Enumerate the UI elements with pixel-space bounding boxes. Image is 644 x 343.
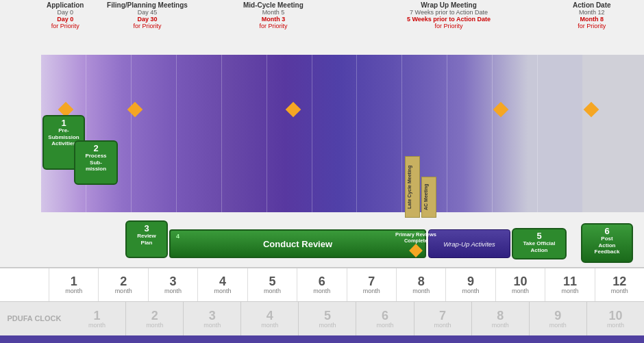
primary-reviews-text: Primary Reviews Complete	[395, 231, 436, 244]
step3-label: ReviewPlan	[128, 233, 165, 246]
month-12-label: month	[611, 288, 628, 294]
milestone-midcycle-label: Mid-Cycle Meeting	[243, 1, 304, 9]
pdufa-7-num: 7	[439, 309, 446, 322]
step4-number: 4	[176, 233, 179, 240]
month-4-label: month	[214, 288, 231, 294]
month-3-num: 3	[170, 275, 177, 288]
late-cycle-meeting-label: Late Cycle Meeting	[407, 165, 412, 208]
pdufa-clock-label: PDUFA CLOCK	[0, 314, 69, 323]
month-5-label: month	[264, 288, 281, 294]
month-6-num: 6	[319, 275, 325, 288]
milestone-application-sub1: Day 0	[57, 9, 73, 16]
month-9: 9 month	[446, 268, 495, 301]
month-row: 1 month 2 month 3 month 4 month 5 month …	[0, 267, 644, 301]
main-container: Application Day 0 Day 0 for Priority Fil…	[0, 0, 644, 343]
pdufa-10: 10 month	[587, 302, 644, 335]
wrapup-bar: Wrap-Up Activites	[428, 229, 510, 258]
milestone-wrapup: Wrap Up Meeting 7 Weeks prior to Action …	[394, 1, 504, 29]
milestone-midcycle-sub1: Month 5	[262, 9, 285, 16]
pdufa-5-num: 5	[324, 309, 331, 322]
step3-number: 3	[128, 224, 165, 233]
pdufa-6: 6 month	[356, 302, 414, 335]
month-6-label: month	[313, 288, 330, 294]
pdufa-9-num: 9	[554, 309, 561, 322]
milestone-filing-label: Filing/Planning Meetings	[107, 1, 188, 9]
month-7-num: 7	[368, 275, 375, 288]
pdufa-6-num: 6	[382, 309, 388, 322]
pdufa-3: 3 month	[184, 302, 241, 335]
milestone-application: Application Day 0 Day 0 for Priority	[47, 1, 84, 29]
month-1: 1 month	[49, 268, 99, 301]
milestone-actiondate: Action Date Month 12 Month 8 for Priorit…	[573, 1, 611, 29]
ac-meeting-label: AC Meeting	[423, 184, 428, 211]
milestone-wrapup-sub1: 7 Weeks prior to Action Date	[410, 9, 488, 16]
month-8: 8 month	[397, 268, 446, 301]
month-11: 11 month	[545, 268, 595, 301]
milestone-application-sub3: for Priority	[51, 23, 79, 29]
ac-meeting-box: AC Meeting	[421, 177, 436, 218]
primary-reviews-diamond	[409, 244, 423, 257]
month-6: 6 month	[297, 268, 347, 301]
month-7: 7 month	[347, 268, 397, 301]
pdufa-9-label: month	[549, 322, 567, 329]
milestone-wrapup-label: Wrap Up Meeting	[421, 1, 476, 9]
pdufa-8: 8 month	[472, 302, 530, 335]
month-1-label: month	[65, 288, 82, 294]
gray-end-area	[582, 55, 644, 212]
late-cycle-meeting-box: Late Cycle Meeting	[405, 156, 420, 218]
step6-number: 6	[584, 227, 630, 236]
month-10-num: 10	[513, 275, 527, 288]
pdufa-4: 4 month	[241, 302, 299, 335]
step2-label: ProcessSub-mission	[77, 153, 115, 173]
step6-label: PostActionFeedback	[584, 236, 630, 255]
milestone-actiondate-sub3: for Priority	[578, 23, 606, 29]
month-4: 4 month	[198, 268, 247, 301]
milestone-actiondate-sub2: Month 8	[580, 16, 604, 23]
step2-box: 2 ProcessSub-mission	[74, 140, 118, 185]
milestone-wrapup-sub2: 5 Weeks prior to Action Date	[407, 16, 491, 23]
month-3: 3 month	[149, 268, 198, 301]
chart-container: 1 Pre-SubmissionActivities 2 ProcessSub-…	[0, 55, 644, 267]
milestone-application-sub2: Day 0	[57, 16, 73, 23]
month-2-num: 2	[120, 275, 127, 288]
chart-background	[41, 55, 582, 212]
month-3-label: month	[164, 288, 182, 294]
step3-box: 3 ReviewPlan	[125, 220, 168, 258]
month-10: 10 month	[496, 268, 545, 301]
step2-number: 2	[77, 144, 115, 153]
wrapup-label: Wrap-Up Activites	[443, 240, 495, 248]
pdufa-8-num: 8	[497, 309, 504, 322]
month-11-num: 11	[563, 275, 577, 288]
pdufa-10-num: 10	[608, 309, 622, 322]
pdufa-4-label: month	[261, 322, 278, 329]
header-row: Application Day 0 Day 0 for Priority Fil…	[0, 0, 644, 55]
step5-number: 5	[515, 231, 564, 240]
pdufa-1: 1 month	[69, 302, 126, 335]
pdufa-3-num: 3	[209, 309, 216, 322]
milestone-actiondate-sub1: Month 12	[579, 9, 605, 16]
month-12: 12 month	[595, 268, 644, 301]
pdufa-2-num: 2	[151, 309, 158, 322]
pdufa-4-num: 4	[267, 309, 273, 322]
month-9-num: 9	[467, 275, 474, 288]
month-8-num: 8	[418, 275, 425, 288]
step4-label: Conduct Review	[263, 239, 332, 249]
milestone-filing-sub2: Day 30	[137, 16, 157, 23]
month-10-label: month	[512, 288, 529, 294]
step5-box: 5 Take OfficialAction	[512, 228, 567, 259]
pdufa-row: PDUFA CLOCK 1 month 2 month 3 month 4 mo…	[0, 301, 644, 335]
month-2: 2 month	[99, 268, 148, 301]
milestone-filing: Filing/Planning Meetings Day 45 Day 30 f…	[106, 1, 188, 29]
month-header-spacer	[0, 268, 49, 301]
step1-number: 1	[45, 118, 82, 127]
month-4-num: 4	[219, 275, 226, 288]
pdufa-5-label: month	[319, 322, 336, 329]
milestone-wrapup-sub3: for Priority	[434, 23, 462, 29]
milestone-application-label: Application	[47, 1, 84, 9]
primary-reviews-area: Primary Reviews Complete	[395, 231, 436, 255]
pdufa-6-label: month	[377, 322, 394, 329]
milestone-midcycle: Mid-Cycle Meeting Month 5 Month 3 for Pr…	[243, 1, 304, 29]
month-2-label: month	[115, 288, 132, 294]
step6-box: 6 PostActionFeedback	[581, 223, 633, 263]
pdufa-3-label: month	[203, 322, 221, 329]
